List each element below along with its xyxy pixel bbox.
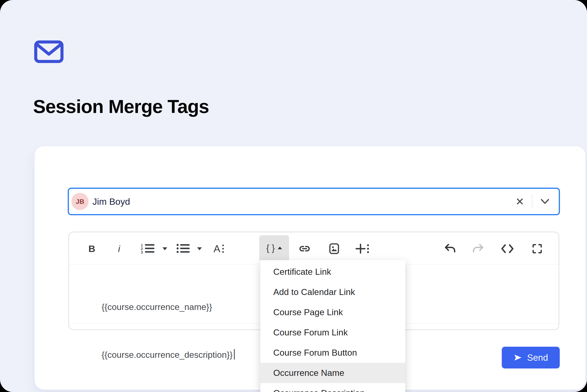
caret-up-icon <box>278 246 282 249</box>
caret-down-icon <box>163 247 167 250</box>
image-icon <box>328 243 340 255</box>
bullet-list-icon <box>176 244 190 254</box>
link-icon <box>298 242 311 255</box>
insert-link-button[interactable] <box>297 239 312 258</box>
merge-tag-text: {{course.occurrence_name}} <box>102 302 212 312</box>
page-title: Session Merge Tags <box>33 96 209 118</box>
undo-button[interactable] <box>443 239 457 258</box>
menu-item-occurrence-description[interactable]: Occurrence Description <box>260 383 405 392</box>
ordered-list-options-button[interactable] <box>161 239 169 258</box>
email-composer-screen: Session Merge Tags JB Jim Boyd <box>0 0 587 392</box>
text-style-icon: A <box>213 243 220 254</box>
clear-recipient-button[interactable] <box>514 195 526 208</box>
code-icon <box>501 242 514 255</box>
recipient-field[interactable]: JB Jim Boyd <box>68 188 560 215</box>
menu-item-occurrence-name[interactable]: Occurrence Name <box>260 363 405 383</box>
bullet-list-button[interactable] <box>176 239 191 258</box>
merge-tags-button[interactable]: { } <box>259 235 289 260</box>
merge-tag-text: {{course.occurrence_description}} <box>102 350 233 360</box>
menu-item-course-forum-button[interactable]: Course Forum Button <box>260 342 405 363</box>
bullet-list-options-button[interactable] <box>195 239 204 258</box>
text-style-button[interactable]: A <box>209 239 228 258</box>
insert-more-button[interactable] <box>354 239 371 258</box>
recipient-divider <box>532 194 532 209</box>
merge-tag-menu: Certificate Link Add to Calendar Link Co… <box>260 260 405 392</box>
ordered-list-button[interactable]: 1 2 3 <box>141 239 155 258</box>
x-icon <box>516 198 524 205</box>
caret-down-icon <box>197 247 202 250</box>
curly-braces-icon: { } <box>266 243 275 253</box>
fullscreen-icon <box>531 243 543 255</box>
menu-item-certificate-link[interactable]: Certificate Link <box>260 262 405 282</box>
recipient-name: Jim Boyd <box>92 196 130 207</box>
redo-button[interactable] <box>471 239 486 258</box>
bold-button[interactable]: B <box>85 239 99 258</box>
plus-with-dots-icon <box>355 242 370 255</box>
menu-item-add-to-calendar-link[interactable]: Add to Calendar Link <box>260 282 405 302</box>
undo-icon <box>444 242 456 255</box>
avatar: JB <box>71 193 89 210</box>
vertical-dots-icon <box>222 244 224 253</box>
ordered-list-icon: 1 2 3 <box>141 244 155 254</box>
insert-image-button[interactable] <box>327 239 342 258</box>
code-view-button[interactable] <box>500 239 515 258</box>
text-cursor <box>234 349 235 360</box>
avatar-initials: JB <box>76 198 84 205</box>
paper-plane-icon <box>513 353 522 362</box>
svg-text:3: 3 <box>141 250 143 254</box>
send-button-label: Send <box>527 352 548 363</box>
mail-icon <box>34 40 64 63</box>
bold-icon: B <box>88 243 95 254</box>
send-button[interactable]: Send <box>502 347 560 368</box>
redo-icon <box>472 242 484 255</box>
fullscreen-button[interactable] <box>530 239 544 258</box>
italic-icon: i <box>118 243 120 254</box>
italic-button[interactable]: i <box>113 239 125 258</box>
chevron-down-icon <box>540 198 550 205</box>
expand-recipients-button[interactable] <box>538 195 552 208</box>
menu-item-course-forum-link[interactable]: Course Forum Link <box>260 322 405 342</box>
menu-item-course-page-link[interactable]: Course Page Link <box>260 302 405 322</box>
